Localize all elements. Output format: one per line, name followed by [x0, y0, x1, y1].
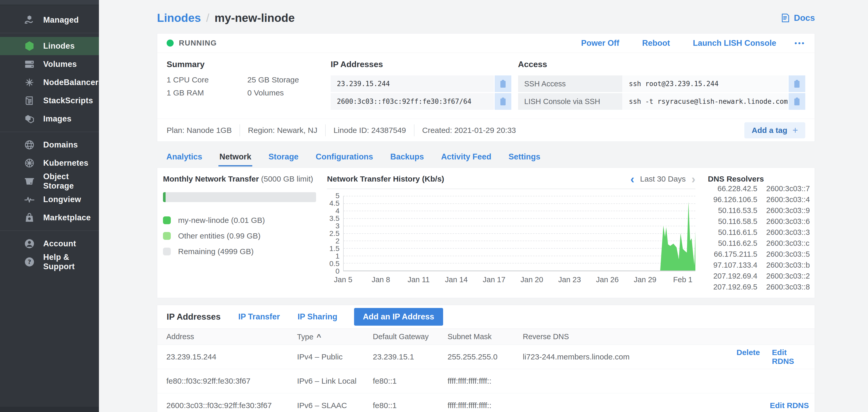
sidebar-item-domains[interactable]: Domains: [0, 136, 99, 154]
ip-transfer-link[interactable]: IP Transfer: [238, 312, 280, 321]
table-header-row: Address Type^ Default Gateway Subnet Mas…: [157, 329, 815, 345]
sidebar-item-images[interactable]: Images: [0, 110, 99, 128]
ip-addresses-heading: IP Addresses: [331, 60, 511, 69]
col-default-gateway: Default Gateway: [373, 333, 447, 341]
y-tick-label: 3: [335, 222, 340, 230]
copy-ipv6-button[interactable]: [495, 93, 511, 110]
sidebar-item-managed[interactable]: Managed: [0, 11, 99, 29]
transfer-history-panel: Network Transfer History (Kb/s) ‹ Last 3…: [327, 174, 708, 290]
sidebar-item-account[interactable]: Account: [0, 235, 99, 253]
dns-ipv6: 2600:3c03::6: [766, 217, 810, 226]
network-panel: Monthly Network Transfer (5000 GB limit)…: [157, 168, 815, 298]
dns-ipv6: 2600:3c03::2: [766, 272, 810, 280]
legend-item-other: Other entities (0.99 GB): [163, 228, 316, 244]
summary-column: Summary 1 CPU Core 25 GB Storage 1 GB RA…: [166, 60, 323, 111]
sidebar-item-help-support[interactable]: ? Help & Support: [0, 253, 99, 271]
date-range-nav: ‹ Last 30 Days ›: [630, 174, 695, 183]
chart-x-labels: Jan 5Jan 8Jan 11Jan 14Jan 17Jan 20Jan 23…: [343, 275, 695, 290]
sidebar-item-volumes[interactable]: Volumes: [0, 55, 99, 73]
sidebar-item-nodebalancers[interactable]: NodeBalancers: [0, 73, 99, 92]
ip-sharing-link[interactable]: IP Sharing: [298, 312, 337, 321]
sidebar-item-stackscripts[interactable]: StackScripts: [0, 92, 99, 110]
tab-backups[interactable]: Backups: [389, 149, 425, 167]
x-tick-label: Jan 23: [558, 275, 581, 284]
range-label: Last 30 Days: [640, 174, 686, 183]
x-tick-label: Jan 5: [334, 275, 352, 284]
tab-activity-feed[interactable]: Activity Feed: [440, 149, 492, 167]
edit-rdns-link[interactable]: Edit RDNS: [772, 348, 809, 366]
col-subnet-mask: Subnet Mask: [447, 333, 523, 341]
ipv4-address: 23.239.15.244: [331, 75, 494, 92]
cell-address: 23.239.15.244: [166, 352, 297, 361]
spec-ram: 1 GB RAM: [166, 89, 247, 97]
sort-asc-icon: ^: [317, 333, 321, 341]
x-tick-label: Jan 20: [521, 275, 543, 284]
sidebar-item-label: Managed: [43, 15, 79, 25]
detail-tabs: Analytics Network Storage Configurations…: [165, 149, 815, 167]
breadcrumb-linodes-link[interactable]: Linodes: [157, 11, 201, 25]
table-row-ipv6-slaac: 2600:3c03::f03c:92ff:fe30:3f67 IPv6 – SL…: [157, 393, 815, 412]
sidebar-item-label: Volumes: [43, 60, 77, 69]
shopping-bag-icon: [24, 212, 35, 224]
tab-analytics[interactable]: Analytics: [165, 149, 203, 167]
add-ip-address-button[interactable]: Add an IP Address: [354, 308, 443, 325]
monthly-transfer-panel: Monthly Network Transfer (5000 GB limit)…: [163, 174, 316, 290]
sidebar-item-linodes[interactable]: Linodes: [0, 37, 99, 55]
edit-rdns-link[interactable]: Edit RDNS: [770, 401, 809, 410]
copy-ssh-button[interactable]: [788, 75, 805, 92]
docs-label: Docs: [794, 13, 815, 23]
launch-lish-console-button[interactable]: Launch LISH Console: [693, 38, 776, 48]
table-row-ipv4-public: 23.239.15.244 IPv4 – Public 23.239.15.1 …: [157, 345, 815, 369]
tab-network[interactable]: Network: [218, 149, 252, 167]
sidebar-item-object-storage[interactable]: Object Storage: [0, 172, 99, 191]
sidebar-item-marketplace[interactable]: Marketplace: [0, 209, 99, 227]
transfer-chart: 00.511.522.533.544.55: [343, 196, 695, 271]
tab-storage[interactable]: Storage: [268, 149, 300, 167]
col-reverse-dns: Reverse DNS: [523, 333, 737, 341]
spec-volumes: 0 Volumes: [247, 89, 323, 97]
clipboard-icon: [499, 79, 507, 89]
pulse-icon: [24, 194, 35, 205]
add-tag-label: Add a tag: [752, 126, 787, 135]
sidebar-divider: [0, 231, 99, 231]
y-tick-label: 0.5: [329, 260, 340, 268]
sidebar-item-longview[interactable]: Longview: [0, 191, 99, 209]
ip-addresses-table: Address Type^ Default Gateway Subnet Mas…: [157, 329, 815, 412]
more-actions-icon[interactable]: •••: [795, 39, 805, 47]
dns-ipv4: 207.192.69.5: [708, 283, 757, 291]
linode-id-label: Linode ID: 24387549: [325, 124, 414, 136]
chevron-left-icon[interactable]: ‹: [630, 175, 634, 183]
transfer-legend: my-new-linode (0.01 GB) Other entities (…: [163, 212, 316, 259]
tab-settings[interactable]: Settings: [507, 149, 541, 167]
ssh-access-label: SSH Access: [518, 75, 622, 92]
chevron-right-icon[interactable]: ›: [691, 175, 695, 183]
x-tick-label: Jan 29: [634, 275, 656, 284]
summary-section: Summary 1 CPU Core 25 GB Storage 1 GB RA…: [157, 53, 815, 118]
transfer-history-title: Network Transfer History (Kb/s): [327, 174, 444, 183]
col-type-sortable[interactable]: Type^: [297, 333, 373, 341]
dns-ipv6: 2600:3c03::9: [766, 206, 810, 215]
nodebalancers-icon: [24, 76, 35, 89]
monthly-transfer-title: Monthly Network Transfer: [163, 174, 259, 183]
copy-ipv4-button[interactable]: [495, 75, 511, 92]
reboot-button[interactable]: Reboot: [642, 38, 670, 48]
x-tick-label: Jan 8: [372, 275, 390, 284]
dns-resolvers-list: 66.228.42.52600:3c03::7 96.126.106.52600…: [708, 184, 807, 291]
power-off-button[interactable]: Power Off: [581, 38, 619, 48]
y-tick-label: 1.5: [329, 244, 340, 253]
sidebar-item-kubernetes[interactable]: Kubernetes: [0, 154, 99, 172]
copy-lish-button[interactable]: [788, 93, 805, 110]
sidebar-bottom-strip: [0, 407, 99, 412]
ssh-access-command: ssh root@23.239.15.244: [622, 75, 788, 92]
tab-configurations[interactable]: Configurations: [315, 149, 374, 167]
ssh-access-row: SSH Access ssh root@23.239.15.244: [518, 75, 805, 92]
col-type-label: Type: [297, 333, 313, 341]
delete-link[interactable]: Delete: [737, 348, 760, 366]
cell-subnet: 255.255.255.0: [447, 352, 523, 361]
linode-hexagon-icon: [24, 40, 35, 52]
docs-link[interactable]: Docs: [780, 13, 815, 23]
sidebar-item-label: Domains: [43, 140, 78, 149]
dns-ipv4: 50.116.61.5: [708, 228, 757, 237]
sidebar-item-label: Marketplace: [43, 213, 91, 222]
add-tag-button[interactable]: Add a tag +: [744, 122, 805, 138]
